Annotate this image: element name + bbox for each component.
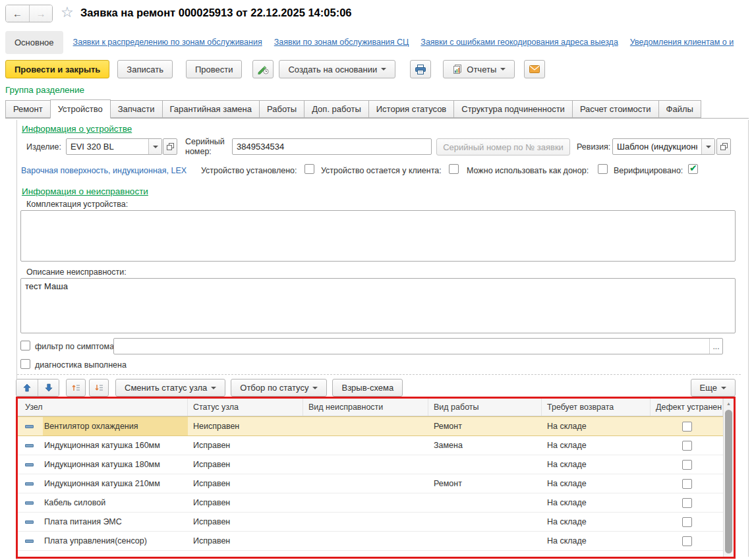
cell-work[interactable]: Замена	[428, 436, 542, 455]
symptom-filter-checkbox[interactable]	[20, 341, 30, 350]
table-row[interactable]: Индукционная катушка 180ммИсправенНа скл…	[18, 455, 723, 474]
defect-fixed-checkbox[interactable]	[682, 498, 692, 508]
symptom-filter-input[interactable]	[114, 339, 709, 354]
cell-defect-fixed[interactable]	[651, 532, 723, 550]
table-row[interactable]: Индукционная катушка 210ммИсправенРемонт…	[18, 474, 723, 493]
cell-node[interactable]: Индукционная катушка 160мм	[18, 436, 188, 455]
revision-open-button[interactable]	[716, 138, 731, 155]
cell-node[interactable]: Индукционная катушка 180мм	[18, 455, 188, 474]
revision-combobox[interactable]	[612, 138, 715, 155]
cell-node[interactable]: Плата питания ЭМС	[18, 513, 188, 531]
favorite-star-icon[interactable]: ☆	[61, 4, 74, 21]
cell-status[interactable]: Неисправен	[188, 417, 303, 435]
sort-descending-button[interactable]	[89, 379, 109, 397]
table-row[interactable]: Кабель силовойИсправенНа складе	[18, 493, 723, 513]
table-row[interactable]: Плата питания ЭМСИсправенНа складе	[18, 513, 723, 532]
tab-2[interactable]: Запчасти	[110, 100, 163, 118]
cell-status[interactable]: Исправен	[188, 513, 303, 531]
print-button[interactable]	[410, 60, 431, 78]
tab-0[interactable]: Ремонт	[5, 100, 51, 118]
back-button[interactable]: ←	[6, 5, 29, 22]
post-and-close-button[interactable]: Провести и закрыть	[5, 60, 109, 78]
serial-by-request-button[interactable]: Серийный номер по № заявки	[436, 138, 570, 155]
table-row[interactable]: Вентилятор охлажденияНеисправенРемонтНа …	[18, 416, 723, 436]
reports-button[interactable]: Отчеты	[443, 60, 515, 78]
cell-node[interactable]: Плата управления(сенсор)	[18, 532, 188, 550]
cell-defect-fixed[interactable]	[651, 436, 723, 455]
cell-fault[interactable]	[303, 417, 428, 435]
cell-returns[interactable]: На складе	[542, 474, 651, 493]
column-header-2[interactable]: Вид неисправности	[303, 399, 428, 416]
product-open-button[interactable]	[163, 138, 177, 155]
cell-defect-fixed[interactable]	[651, 455, 723, 474]
cell-fault[interactable]	[303, 455, 428, 474]
cell-defect-fixed[interactable]	[651, 493, 723, 512]
cell-defect-fixed[interactable]	[651, 417, 723, 435]
tab-3[interactable]: Гарантийная замена	[162, 100, 260, 118]
tab-1[interactable]: Устройство	[50, 99, 111, 119]
cell-fault[interactable]	[303, 436, 428, 455]
cell-status[interactable]: Исправен	[188, 455, 303, 474]
symptom-filter-field[interactable]: ...	[113, 338, 723, 354]
create-based-on-button[interactable]: Создать на основании	[279, 60, 395, 78]
cell-work[interactable]	[428, 455, 542, 474]
cell-node[interactable]: Кабель силовой	[18, 493, 188, 512]
nav-link-0[interactable]: Заявки к распределению по зонам обслужив…	[73, 38, 262, 47]
move-down-button[interactable]	[38, 379, 59, 396]
cell-work[interactable]: Ремонт	[428, 474, 542, 493]
cell-node[interactable]: Вентилятор охлаждения	[18, 417, 188, 435]
device-flag-checkbox-1[interactable]	[449, 164, 459, 174]
cell-status[interactable]: Исправен	[188, 532, 303, 550]
tab-9[interactable]: Файлы	[658, 100, 701, 118]
description-textarea[interactable]: тест Маша	[20, 278, 736, 333]
set-time-button[interactable]	[252, 60, 274, 78]
filter-by-status-button[interactable]: Отбор по статусу	[231, 379, 327, 397]
revision-dropdown-button[interactable]	[701, 139, 714, 154]
diagnostics-checkbox[interactable]	[20, 359, 30, 369]
scrollbar-thumb[interactable]	[725, 410, 732, 553]
nav-link-2[interactable]: Заявки с ошибками геокодирования адреса …	[420, 38, 618, 47]
fault-section-title[interactable]: Информация о неисправности	[22, 186, 148, 196]
cell-returns[interactable]: На складе	[542, 436, 651, 455]
cell-defect-fixed[interactable]	[651, 513, 723, 531]
nav-link-3[interactable]: Уведомления клиентам о и	[630, 38, 734, 47]
cell-status[interactable]: Исправен	[188, 493, 303, 512]
nav-link-1[interactable]: Заявки по зонам обслуживания СЦ	[274, 38, 409, 47]
product-dropdown-button[interactable]	[148, 139, 161, 154]
cell-fault[interactable]	[303, 513, 428, 531]
nav-tab-main[interactable]: Основное	[5, 31, 63, 54]
symptom-more-button[interactable]: ...	[709, 339, 722, 354]
cell-work[interactable]: Ремонт	[428, 417, 542, 435]
save-button[interactable]: Записать	[117, 60, 173, 78]
cell-returns[interactable]: На складе	[542, 532, 651, 550]
cell-fault[interactable]	[303, 493, 428, 512]
cell-fault[interactable]	[303, 474, 428, 493]
table-row[interactable]: Плата управления(сенсор)ИсправенНа склад…	[18, 532, 723, 551]
cell-returns[interactable]: На складе	[542, 455, 651, 474]
device-section-title[interactable]: Информация о устройстве	[22, 124, 132, 134]
defect-fixed-checkbox[interactable]	[682, 479, 692, 489]
cell-work[interactable]	[428, 493, 542, 512]
cell-status[interactable]: Исправен	[188, 474, 303, 493]
table-scrollbar[interactable]: ▲	[723, 399, 734, 557]
cell-work[interactable]	[428, 532, 542, 550]
explosion-scheme-button[interactable]: Взрыв-схема	[332, 379, 403, 397]
cell-returns[interactable]: На складе	[542, 493, 651, 512]
sort-ascending-button[interactable]	[66, 379, 86, 397]
table-row[interactable]: Индукционная катушка 160ммИсправенЗамена…	[18, 436, 723, 455]
defect-fixed-checkbox[interactable]	[682, 460, 692, 470]
defect-fixed-checkbox[interactable]	[682, 517, 692, 527]
equipment-textarea[interactable]	[20, 210, 736, 262]
product-combobox[interactable]	[66, 138, 162, 155]
column-header-5[interactable]: Дефект устранен	[651, 399, 723, 416]
cell-defect-fixed[interactable]	[651, 474, 723, 493]
device-flag-checkbox-2[interactable]	[598, 164, 608, 174]
column-header-4[interactable]: Требует возврата	[542, 399, 651, 416]
defect-fixed-checkbox[interactable]	[682, 422, 692, 432]
device-type-link[interactable]: Варочная поверхность, индукционная, LEX	[21, 166, 187, 175]
forward-button[interactable]: →	[29, 5, 52, 22]
move-up-button[interactable]	[16, 379, 38, 396]
post-button[interactable]: Провести	[186, 60, 243, 78]
column-header-0[interactable]: Узел	[18, 399, 188, 416]
cell-work[interactable]	[428, 513, 542, 531]
